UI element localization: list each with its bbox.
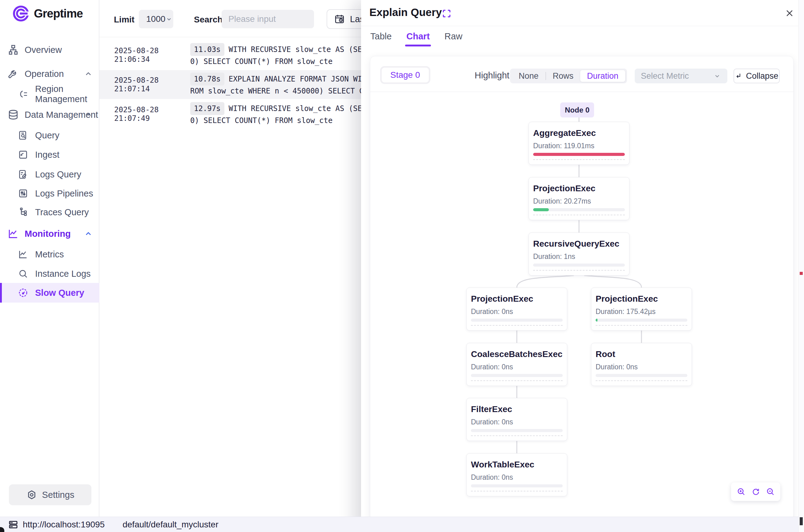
server-url[interactable]: http://localhost:19095	[23, 520, 105, 530]
sidebar-item-label: Monitoring	[25, 229, 71, 239]
node-duration: Duration: 0ns	[596, 363, 687, 371]
search-input[interactable]	[222, 10, 314, 28]
tab-table[interactable]: Table	[370, 30, 391, 42]
chevron-up-icon[interactable]	[84, 110, 93, 119]
node-title: FilterExec	[471, 398, 563, 414]
sidebar-item-label: Ingest	[35, 150, 59, 160]
duration-bar-track	[471, 484, 563, 488]
server-icon	[8, 519, 18, 530]
rows-bar-placeholder	[596, 380, 687, 381]
node-title: CoalesceBatchesExec	[471, 343, 563, 359]
limit-label: Limit	[114, 15, 134, 25]
plan-node-aggregate-exec[interactable]: AggregateExec Duration: 119.01ms	[529, 122, 629, 165]
highlight-option-none[interactable]: None	[512, 71, 545, 81]
sidebar-item-monitoring[interactable]: Monitoring	[0, 224, 99, 244]
highlight-option-duration[interactable]: Duration	[580, 70, 625, 82]
sliders-icon	[18, 188, 30, 199]
chevron-down-icon	[713, 72, 721, 80]
rows-bar-placeholder	[471, 435, 563, 436]
zoom-in-icon[interactable]	[736, 487, 746, 496]
duration-bar-fill	[596, 319, 598, 322]
plan-node-root[interactable]: Root Duration: 0ns	[591, 343, 692, 386]
plan-node-work-table-exec[interactable]: WorkTableExec Duration: 0ns	[466, 453, 567, 496]
settings-label: Settings	[42, 490, 74, 500]
row-sql: 12.97sWITH RECURSIVE slow_cte AS (SELE 0…	[190, 102, 371, 126]
sidebar-item-metrics[interactable]: Metrics	[0, 245, 99, 264]
chevron-down-icon	[165, 15, 173, 23]
plan-node-projection-exec-right[interactable]: ProjectionExec Duration: 175.42µs	[591, 287, 692, 330]
settings-button[interactable]: Settings	[9, 484, 91, 505]
sidebar-item-logs-pipelines[interactable]: Logs Pipelines	[0, 184, 99, 203]
duration-bar-track	[533, 153, 625, 156]
plan-node-projection-exec-left[interactable]: ProjectionExec Duration: 0ns	[466, 287, 567, 330]
plan-node-recursive-query-exec[interactable]: RecursiveQueryExec Duration: 1ns	[529, 232, 629, 276]
metric-select-placeholder: Select Metric	[641, 71, 689, 81]
sidebar-item-operation[interactable]: Operation	[0, 64, 99, 84]
duration-bar-track	[533, 208, 625, 211]
node-title: WorkTableExec	[471, 454, 563, 470]
sidebar-item-query[interactable]: Query	[0, 126, 99, 145]
node-title: ProjectionExec	[533, 177, 625, 193]
rows-bar-placeholder	[533, 215, 625, 215]
limit-select[interactable]: 1000	[139, 10, 173, 28]
duration-badge: 10.78s	[190, 73, 224, 86]
database-name[interactable]: default/default_mycluster	[123, 520, 218, 530]
collapse-button[interactable]: Collapse	[733, 69, 780, 83]
rows-bar-placeholder	[596, 325, 687, 326]
row-sql: 11.03sWITH RECURSIVE slow_cte AS (SELE 0…	[190, 43, 371, 67]
sidebar-item-slow-query[interactable]: Slow Query	[0, 283, 99, 303]
highlight-label: Highlight	[475, 71, 509, 80]
sidebar-item-traces-query[interactable]: Traces Query	[0, 202, 99, 222]
node-duration: Duration: 119.01ms	[533, 142, 625, 150]
plan-node-projection-exec[interactable]: ProjectionExec Duration: 20.27ms	[529, 177, 629, 220]
drawer-title: Explain Query	[369, 6, 442, 18]
node-duration: Duration: 1ns	[533, 252, 625, 261]
highlight-option-rows[interactable]: Rows	[546, 71, 581, 81]
page-scrollbar[interactable]	[799, 0, 804, 532]
gear-icon	[26, 489, 37, 500]
sidebar-item-instance-logs[interactable]: Instance Logs	[0, 264, 99, 284]
document-edit-icon	[18, 169, 30, 180]
close-icon[interactable]	[785, 8, 794, 18]
chevron-up-icon[interactable]	[84, 70, 93, 78]
sidebar-item-data-management[interactable]: Data Management	[0, 105, 99, 125]
collapse-icon	[735, 72, 743, 80]
reset-view-icon[interactable]	[751, 487, 760, 496]
sidebar-item-logs-query[interactable]: Logs Query	[0, 165, 99, 184]
sidebar-item-overview[interactable]: Overview	[0, 40, 99, 60]
sidebar-item-region-management[interactable]: Region Management	[0, 84, 99, 104]
chevron-up-icon[interactable]	[84, 229, 93, 238]
app-logo[interactable]: Greptime	[12, 5, 83, 22]
tab-raw[interactable]: Raw	[444, 30, 462, 42]
node-duration: Duration: 20.27ms	[533, 197, 625, 205]
ingest-icon	[18, 149, 30, 160]
metric-select[interactable]: Select Metric	[635, 69, 727, 83]
sidebar-item-label: Slow Query	[35, 288, 84, 298]
duration-bar-track	[471, 374, 563, 377]
explain-query-drawer: Explain Query Table Chart Raw Stage 0 Hi…	[361, 0, 804, 532]
plan-node-filter-exec[interactable]: FilterExec Duration: 0ns	[466, 398, 567, 441]
stage-0-button[interactable]: Stage 0	[380, 66, 430, 84]
zoom-out-icon[interactable]	[766, 487, 775, 496]
line-chart-icon	[7, 228, 19, 240]
app-logo-text: Greptime	[34, 7, 83, 20]
tab-chart[interactable]: Chart	[406, 30, 430, 42]
wrench-icon	[7, 68, 19, 80]
rows-bar-placeholder	[533, 270, 625, 271]
duration-bar-fill	[533, 208, 549, 211]
sidebar-item-label: Overview	[25, 45, 62, 55]
collapse-label: Collapse	[746, 71, 778, 81]
sidebar-item-label: Region Management	[35, 84, 99, 104]
chart-zoom-toolbar	[731, 482, 780, 501]
sidebar: Greptime Overview Operation Region Manag…	[0, 0, 99, 532]
plan-node-coalesce-batches-exec[interactable]: CoalesceBatchesExec Duration: 0ns	[466, 343, 567, 386]
rows-bar-placeholder	[471, 380, 563, 381]
sidebar-item-label: Instance Logs	[35, 269, 91, 279]
sidebar-item-ingest[interactable]: Ingest	[0, 145, 99, 165]
stage-0-label: Stage 0	[390, 70, 420, 80]
node-duration: Duration: 0ns	[471, 307, 563, 316]
fullscreen-icon[interactable]	[442, 8, 452, 18]
duration-badge: 12.97s	[190, 102, 224, 115]
status-bar: http://localhost:19095 default/default_m…	[0, 517, 804, 532]
node-title: AggregateExec	[533, 122, 625, 138]
